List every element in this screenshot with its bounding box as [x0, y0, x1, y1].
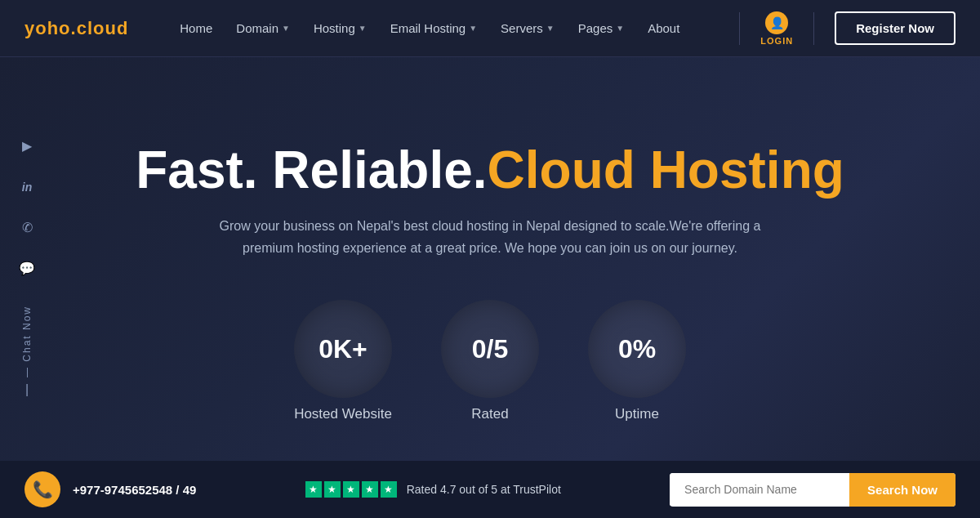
phone-icon[interactable]: ✆: [15, 216, 39, 240]
nav-home[interactable]: Home: [170, 15, 222, 42]
trustpilot-text: Rated 4.7 out of 5 at TrustPilot: [407, 483, 561, 496]
register-button[interactable]: Register Now: [835, 11, 956, 45]
nav-divider: [739, 12, 740, 45]
chat-now-label[interactable]: — Chat Now: [21, 306, 33, 377]
trustpilot-stars: ★ ★ ★ ★ ★: [305, 481, 397, 498]
nav-divider-2: [813, 12, 814, 45]
star-1: ★: [305, 481, 322, 498]
star-5: ★: [381, 481, 397, 498]
phone-icon-circle[interactable]: 📞: [24, 471, 60, 507]
domain-dropdown-arrow: ▼: [282, 24, 290, 33]
stat-uptime: 0% Uptime: [588, 300, 686, 422]
social-sidebar: ▶ in ✆ 💬 — Chat Now |: [7, 118, 47, 413]
chat-icon[interactable]: 💬: [15, 257, 39, 281]
footer-bar: 📞 +977-9745652548 / 49 ★ ★ ★ ★ ★ Rated 4…: [0, 461, 980, 518]
star-3: ★: [343, 481, 359, 498]
youtube-icon[interactable]: ▶: [15, 134, 39, 159]
servers-dropdown-arrow: ▼: [546, 24, 555, 33]
linkedin-icon[interactable]: in: [15, 175, 39, 199]
hero-title-white: Fast. Reliable.: [136, 141, 487, 199]
hosting-dropdown-arrow: ▼: [359, 24, 367, 33]
logo[interactable]: yoho.cloud: [24, 18, 128, 39]
nav-about[interactable]: About: [638, 15, 689, 42]
nav-email-hosting[interactable]: Email Hosting ▼: [381, 15, 487, 42]
login-label: LOGIN: [760, 36, 793, 46]
hosted-website-label: Hosted Website: [294, 406, 392, 422]
hero-title: Fast. Reliable.Cloud Hosting: [136, 141, 844, 199]
nav-links: Home Domain ▼ Hosting ▼ Email Hosting ▼ …: [170, 15, 689, 42]
star-4: ★: [362, 481, 378, 498]
uptime-label: Uptime: [615, 406, 659, 422]
phone-number: +977-9745652548 / 49: [73, 483, 196, 497]
email-hosting-dropdown-arrow: ▼: [469, 24, 477, 33]
rated-label: Rated: [471, 406, 508, 422]
phone-section: 📞 +977-9745652548 / 49: [24, 471, 196, 507]
stat-hosted-website: 0K+ Hosted Website: [294, 300, 392, 422]
domain-search-bar: Search Now: [670, 473, 956, 507]
hosted-website-value: 0K+: [294, 300, 392, 398]
domain-search-input[interactable]: [670, 473, 849, 506]
nav-hosting[interactable]: Hosting ▼: [304, 15, 376, 42]
nav-domain[interactable]: Domain ▼: [226, 15, 300, 42]
stats-section: 0K+ Hosted Website 0/5 Rated 0% Uptime: [294, 300, 686, 422]
trustpilot-section: ★ ★ ★ ★ ★ Rated 4.7 out of 5 at TrustPil…: [305, 481, 561, 498]
pages-dropdown-arrow: ▼: [616, 24, 624, 33]
logo-text-start: yoho: [24, 18, 71, 38]
login-button[interactable]: 👤 LOGIN: [760, 11, 793, 46]
logo-text-end: .cloud: [71, 18, 129, 38]
hero-title-gold: Cloud Hosting: [488, 141, 844, 199]
nav-servers[interactable]: Servers ▼: [491, 15, 564, 42]
user-icon: 👤: [765, 11, 788, 34]
nav-pages[interactable]: Pages ▼: [568, 15, 634, 42]
rated-value: 0/5: [441, 300, 539, 398]
star-2: ★: [324, 481, 341, 498]
hero-subtitle: Grow your business on Nepal's best cloud…: [204, 215, 776, 259]
hero-section: ▶ in ✆ 💬 — Chat Now | Fast. Reliable.Clo…: [0, 57, 980, 515]
search-now-button[interactable]: Search Now: [849, 473, 956, 507]
navbar: yoho.cloud Home Domain ▼ Hosting ▼ Email…: [0, 0, 980, 57]
uptime-value: 0%: [588, 300, 686, 398]
stat-rated: 0/5 Rated: [441, 300, 539, 422]
chat-divider: |: [25, 382, 29, 397]
